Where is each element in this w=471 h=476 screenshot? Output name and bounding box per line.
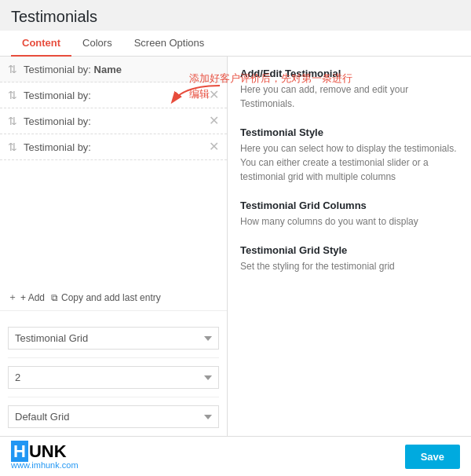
watermark-unk: UNK <box>29 441 67 461</box>
item-label: Testimonial by: Name <box>24 64 219 75</box>
watermark-url: www.imhunk.com <box>11 460 78 470</box>
watermark-logo: HUNK <box>11 443 78 460</box>
info-description: How many columns do you want to display <box>240 214 458 229</box>
dropdown-row-style: Testimonial Grid Testimonial Slider <box>8 327 219 350</box>
dropdowns-section: Testimonial Grid Testimonial Slider 1 2 … <box>0 319 227 436</box>
info-block-grid-style: Testimonial Grid Style Set the styling f… <box>240 244 458 273</box>
tabs-bar: Content Colors Screen Options <box>0 31 471 57</box>
watermark: HUNK www.imhunk.com <box>11 443 78 470</box>
divider <box>8 397 219 397</box>
drag-handle-icon[interactable]: ⇅ <box>8 89 17 101</box>
divider <box>0 310 227 311</box>
tab-content[interactable]: Content <box>11 31 71 57</box>
info-title: Testimonial Grid Style <box>240 244 458 256</box>
dropdown-row-grid-style: Default Grid Compact Grid <box>8 405 219 428</box>
drag-handle-icon[interactable]: ⇅ <box>8 115 17 127</box>
add-button[interactable]: ＋ + Add <box>8 291 45 304</box>
testimonial-list: ⇅ Testimonial by: Name ⇅ Testimonial by:… <box>0 57 227 284</box>
item-label: Testimonial by: <box>24 90 209 101</box>
footer-bar: HUNK www.imhunk.com Save <box>0 436 471 476</box>
info-title: Testimonial Grid Columns <box>240 200 458 211</box>
add-buttons-row: ＋ + Add ⧉ Copy and add last entry <box>0 284 227 310</box>
info-block-add-edit: Add/Edit Testimonial Here you can add, r… <box>240 68 458 111</box>
info-description: Here you can add, remove and edit your T… <box>240 82 458 111</box>
testimonial-item: ⇅ Testimonial by: ✕ <box>0 82 227 108</box>
add-label: + Add <box>20 292 45 303</box>
copy-label: Copy and add last entry <box>61 292 161 303</box>
page-title: Testimonials <box>11 8 460 26</box>
copy-icon: ⧉ <box>51 292 58 303</box>
info-title: Testimonial Style <box>240 126 458 138</box>
copy-button[interactable]: ⧉ Copy and add last entry <box>51 292 161 303</box>
testimonial-grid-style-select[interactable]: Default Grid Compact Grid <box>8 405 219 428</box>
title-bar: Testimonials <box>0 0 471 31</box>
remove-button[interactable]: ✕ <box>209 89 219 101</box>
testimonial-item: ⇅ Testimonial by: ✕ <box>0 134 227 160</box>
drag-handle-icon[interactable]: ⇅ <box>8 141 17 153</box>
plus-icon: ＋ <box>8 291 17 304</box>
remove-button[interactable]: ✕ <box>209 115 219 127</box>
tab-screen-options[interactable]: Screen Options <box>123 31 216 57</box>
drag-handle-icon[interactable]: ⇅ <box>8 63 17 75</box>
right-panel: Add/Edit Testimonial Here you can add, r… <box>228 57 471 436</box>
info-description: Here you can select how to display the t… <box>240 141 458 184</box>
item-label: Testimonial by: <box>24 115 209 127</box>
item-label: Testimonial by: <box>24 141 209 153</box>
info-description: Set the styling for the testimonial grid <box>240 259 458 273</box>
testimonial-style-select[interactable]: Testimonial Grid Testimonial Slider <box>8 327 219 350</box>
divider <box>8 357 219 358</box>
main-content: 添加好客户评价后，先对第一条进行 编辑 ⇅ <box>0 57 471 436</box>
save-button[interactable]: Save <box>405 445 460 469</box>
tab-colors[interactable]: Colors <box>71 31 123 57</box>
info-block-style: Testimonial Style Here you can select ho… <box>240 126 458 184</box>
item-name: Name <box>94 64 122 75</box>
testimonial-item: ⇅ Testimonial by: ✕ <box>0 108 227 134</box>
remove-button[interactable]: ✕ <box>209 141 219 153</box>
left-panel: 添加好客户评价后，先对第一条进行 编辑 ⇅ <box>0 57 228 436</box>
dropdown-row-columns: 1 2 3 4 <box>8 366 219 389</box>
watermark-h: H <box>11 441 28 462</box>
page-wrapper: Testimonials Content Colors Screen Optio… <box>0 0 471 476</box>
info-block-columns: Testimonial Grid Columns How many column… <box>240 200 458 229</box>
testimonial-item: ⇅ Testimonial by: Name <box>0 57 227 82</box>
testimonial-columns-select[interactable]: 1 2 3 4 <box>8 366 219 389</box>
info-title: Add/Edit Testimonial <box>240 68 458 79</box>
